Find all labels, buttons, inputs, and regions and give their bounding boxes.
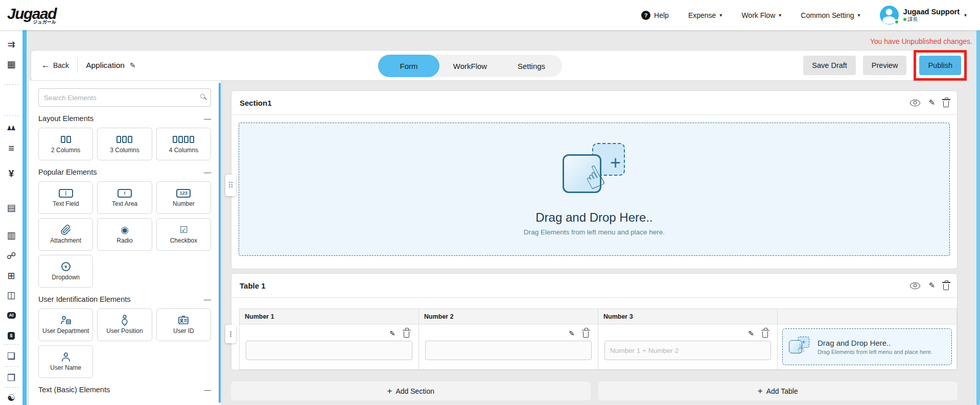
text-area-icon: I — [118, 187, 132, 199]
expand-sidebar-icon[interactable]: ⇉ — [0, 38, 22, 51]
palette-item-user-position[interactable]: User Position — [97, 308, 152, 341]
tab-workflow[interactable]: WorkFlow — [439, 55, 501, 77]
publish-button[interactable]: Publish — [919, 56, 961, 75]
user-role: 課長 — [903, 16, 960, 22]
application-title: Application — [86, 61, 125, 70]
edit-field-icon[interactable]: ✎ — [569, 329, 575, 338]
edit-title-icon[interactable]: ✎ — [130, 61, 136, 69]
ai-assistant-icon[interactable]: AI — [0, 309, 22, 321]
online-status-dot — [894, 19, 899, 25]
table-dropzone[interactable]: + ☝ Drag and Drop Here.. Drag Elements f… — [782, 328, 952, 365]
save-draft-button[interactable]: Save Draft — [803, 56, 856, 75]
table-drag-handle[interactable]: ⋮ — [225, 325, 236, 343]
app-logo[interactable]: Jugaad ジュガール — [7, 6, 56, 25]
help-menu[interactable]: ? Help — [641, 11, 669, 20]
organization-icon[interactable]: ▦ — [0, 58, 22, 70]
radio-icon: ◉ — [121, 224, 129, 235]
search-elements — [38, 88, 211, 107]
page-scrollbar[interactable] — [976, 30, 980, 405]
section-title: Section1 — [240, 99, 272, 107]
collapse-group-icon[interactable]: — — [204, 168, 211, 176]
top-header: Jugaad ジュガール ? Help Expense ▾ Work Flow … — [0, 0, 980, 30]
delete-field-icon[interactable] — [583, 331, 589, 338]
form-toolbar: ← Back Application ✎ Form WorkFlow Setti… — [31, 50, 967, 81]
elements-palette: Layout Elements — 2 Columns 3 Columns 4 … — [29, 81, 222, 405]
palette-item-dropdown[interactable]: ∨ Dropdown — [38, 255, 93, 288]
rail-divider — [4, 84, 19, 85]
dropdown-icon: ∨ — [61, 261, 71, 272]
edit-section-icon[interactable]: ✎ — [928, 98, 935, 107]
preview-section-icon[interactable] — [910, 100, 920, 106]
group-title: Popular Elements — [38, 168, 97, 176]
number-1-input[interactable] — [246, 341, 412, 360]
group-popular-elements[interactable]: Popular Elements — — [38, 168, 211, 176]
edit-table-icon[interactable]: ✎ — [928, 281, 935, 290]
palette-item-checkbox[interactable]: ☑ Checkbox — [156, 218, 211, 251]
dropzone-title: Drag and Drop Here.. — [818, 339, 932, 347]
group-user-identification-elements[interactable]: User Identification Elements — — [38, 295, 211, 303]
group-text-basic-elements[interactable]: Text (Basic) Elements — — [38, 386, 211, 394]
collapse-group-icon[interactable]: — — [204, 114, 211, 123]
menu-common-setting[interactable]: Common Setting ▾ — [801, 11, 860, 19]
palette-item-2-columns[interactable]: 2 Columns — [38, 128, 93, 160]
rail-divider — [4, 115, 19, 116]
receipt-icon[interactable]: ▥ — [0, 229, 22, 242]
delete-section-icon[interactable] — [943, 101, 949, 107]
palette-item-3-columns[interactable]: 3 Columns — [97, 128, 152, 160]
chevron-down-icon: ▾ — [779, 12, 781, 18]
manual-icon[interactable]: ◫ — [0, 289, 22, 301]
collapse-group-icon[interactable]: — — [204, 295, 211, 303]
list-icon[interactable]: ≡ — [0, 142, 22, 154]
section-dropzone[interactable]: + ☝ Drag and Drop Here.. Drag Elements f… — [239, 123, 950, 256]
search-input[interactable] — [38, 88, 211, 107]
palette-item-number[interactable]: 123 Number — [156, 181, 211, 214]
palette-item-user-name[interactable]: User Name — [38, 345, 93, 378]
delete-table-icon[interactable] — [943, 284, 949, 290]
table-icon[interactable]: ⊞ — [0, 270, 22, 282]
form-icon[interactable]: ▤ — [0, 202, 22, 214]
preview-button[interactable]: Preview — [863, 56, 907, 75]
invoice-icon[interactable]: $ — [0, 329, 22, 342]
section-card: Section1 ✎ ⠿ + ☝ Drag and Drop Here.. Dr… — [231, 90, 958, 269]
menu-work-flow[interactable]: Work Flow ▾ — [741, 11, 781, 19]
help-icon: ? — [641, 11, 650, 20]
tab-settings[interactable]: Settings — [501, 55, 562, 77]
community-icon[interactable]: ☯ — [0, 392, 22, 404]
palette-scrollbar[interactable] — [219, 83, 221, 403]
preview-table-icon[interactable] — [910, 282, 920, 289]
documents-icon[interactable]: ❏ — [0, 350, 22, 362]
palette-item-attachment[interactable]: Attachment — [38, 218, 93, 251]
add-section-button[interactable]: + Add Section — [231, 382, 591, 400]
menu-expense[interactable]: Expense ▾ — [688, 11, 722, 19]
edit-field-icon[interactable]: ✎ — [748, 329, 754, 338]
attachment-icon — [60, 224, 72, 235]
edit-field-icon[interactable]: ✎ — [389, 329, 395, 338]
table-column: Number 3 ✎ — [598, 309, 778, 369]
share-icon[interactable]: ☍ — [0, 250, 22, 262]
palette-item-user-id[interactable]: User ID — [156, 308, 211, 341]
user-menu[interactable]: Jugaad Support 課長 ▾ — [880, 6, 967, 25]
section-drag-handle[interactable]: ⠿ — [225, 175, 236, 196]
palette-item-text-area[interactable]: I Text Area — [97, 181, 152, 214]
palette-item-text-field[interactable]: | Text Field — [38, 181, 93, 214]
number-3-input[interactable] — [604, 341, 771, 360]
tab-form[interactable]: Form — [378, 55, 439, 77]
knowledge-book-icon[interactable]: ❒ — [0, 372, 22, 384]
back-button[interactable]: ← Back — [41, 60, 69, 70]
palette-item-user-department[interactable]: User Department — [38, 308, 93, 341]
palette-item-4-columns[interactable]: 4 Columns — [156, 128, 211, 160]
user-name: Jugaad Support — [903, 8, 960, 16]
number-2-input[interactable] — [425, 341, 592, 360]
delete-field-icon[interactable] — [762, 331, 768, 338]
search-icon[interactable] — [200, 94, 205, 99]
form-tabs: Form WorkFlow Settings — [378, 55, 562, 77]
checkbox-icon: ☑ — [179, 224, 188, 235]
add-table-button[interactable]: + Add Table — [598, 382, 958, 400]
collapse-group-icon[interactable]: — — [204, 386, 211, 394]
user-department-icon — [60, 315, 72, 326]
expense-icon[interactable]: ¥ — [0, 168, 22, 180]
palette-item-radio[interactable]: ◉ Radio — [97, 218, 152, 251]
delete-field-icon[interactable] — [404, 331, 409, 338]
group-layout-elements[interactable]: Layout Elements — — [38, 114, 211, 123]
users-icon[interactable]: ♟♟ — [0, 122, 22, 134]
